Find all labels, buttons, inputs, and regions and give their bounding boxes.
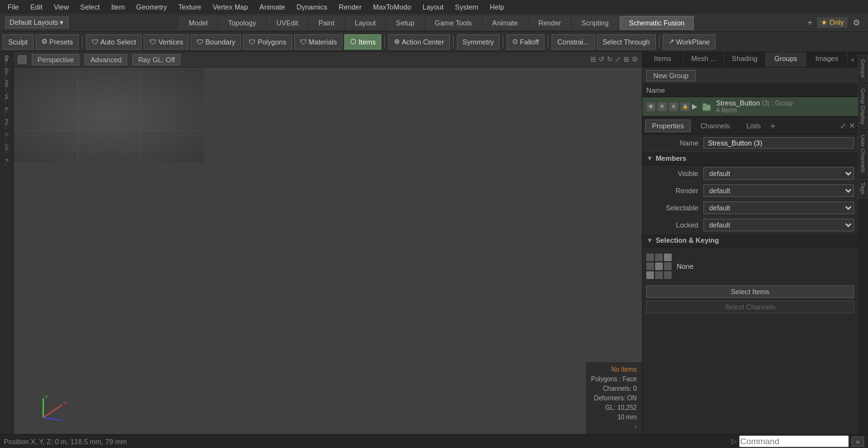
workplane-btn[interactable]: ↗ WorkPlane — [663, 34, 716, 50]
sidebar-item-de[interactable]: De... — [1, 55, 13, 66]
locked-select[interactable]: default — [703, 219, 854, 231]
vtab-group-display[interactable]: Group Display — [858, 84, 868, 129]
advanced-btn[interactable]: Advanced — [85, 54, 127, 65]
selectable-select[interactable]: default — [703, 201, 854, 214]
scene[interactable]: STRESS No Items Polygons : Face Ch — [14, 67, 642, 434]
add-props-tab[interactable]: + — [770, 121, 775, 131]
menu-view[interactable]: View — [49, 2, 74, 12]
visibility-toggle[interactable]: 👁 — [646, 102, 655, 111]
camera-icon[interactable]: ⊞ — [590, 55, 596, 64]
tab-scripting[interactable]: Scripting — [572, 16, 618, 30]
vtab-user-channels[interactable]: User Channels — [858, 130, 868, 177]
select-items-btn[interactable]: Select Items — [646, 285, 854, 298]
menu-dynamics[interactable]: Dynamics — [292, 2, 332, 12]
tab-lists[interactable]: Lists — [740, 119, 768, 132]
tab-render[interactable]: Render — [529, 16, 571, 30]
action-center-btn[interactable]: ⊕ Action Center — [388, 34, 450, 50]
menu-maxtomodo[interactable]: MaxToModo — [368, 2, 416, 12]
menu-render[interactable]: Render — [334, 2, 367, 12]
menu-file[interactable]: File — [3, 2, 24, 12]
members-section-header[interactable]: ▼ Members — [642, 152, 858, 165]
vertices-btn[interactable]: 🛡 Vertices — [144, 34, 189, 50]
menu-layout[interactable]: Layout — [417, 2, 449, 12]
tab-shading[interactable]: Shading — [724, 52, 766, 67]
sidebar-item-ver[interactable]: Ve... — [1, 93, 13, 104]
command-input[interactable] — [739, 435, 849, 447]
tab-schematic-fusion[interactable]: Schematic Fusion — [620, 16, 694, 30]
tab-topology[interactable]: Topology — [219, 16, 266, 30]
sidebar-item-pol[interactable]: Po... — [1, 118, 13, 130]
expand-cmd-btn[interactable]: » — [851, 437, 864, 447]
more-icon[interactable]: ⚙ — [632, 55, 638, 64]
settings-toggle[interactable]: ⚙ — [669, 102, 678, 111]
viewport[interactable]: Perspective Advanced Ray GL: Off ⊞ ↺ ↻ ⤢… — [14, 52, 642, 434]
render-select[interactable]: default — [703, 184, 854, 197]
tab-properties[interactable]: Properties — [645, 119, 691, 132]
settings-icon[interactable]: ⚙ — [850, 17, 863, 29]
render-toggle[interactable]: R — [658, 102, 667, 111]
vtab-tags[interactable]: Tags — [858, 178, 868, 199]
tab-mesh[interactable]: Mesh ... — [684, 52, 725, 67]
boundary-btn[interactable]: 🛡 Boundary — [191, 34, 241, 50]
tab-images[interactable]: Images — [806, 52, 848, 67]
tab-uvedit[interactable]: UVEdit — [267, 16, 308, 30]
symmetry-btn[interactable]: Symmetry — [457, 34, 500, 50]
viewport-toggle[interactable] — [18, 55, 27, 64]
menu-select[interactable]: Select — [75, 2, 105, 12]
new-group-btn[interactable]: New Group — [646, 70, 696, 81]
menu-texture[interactable]: Texture — [173, 2, 207, 12]
menu-animate[interactable]: Animate — [254, 2, 290, 12]
layout-dropdown[interactable]: Default Layouts ▾ — [5, 17, 69, 29]
tab-channels[interactable]: Channels — [693, 119, 736, 132]
add-tab-icon[interactable]: + — [805, 17, 815, 29]
tab-groups[interactable]: Groups — [766, 52, 807, 67]
menu-edit[interactable]: Edit — [25, 2, 48, 12]
auto-select-btn[interactable]: 🛡 Auto Select — [86, 34, 142, 50]
sculpt-btn[interactable]: Sculpt — [3, 34, 34, 50]
sidebar-item-f[interactable]: F... — [1, 156, 13, 168]
polygons-btn[interactable]: 🛡 Polygons — [243, 34, 292, 50]
play-icon[interactable]: ▷ — [731, 437, 736, 445]
maximize-icon[interactable]: ⤢ — [840, 121, 846, 130]
tab-gametools[interactable]: Game Tools — [425, 16, 482, 30]
sidebar-item-c[interactable]: C... — [1, 131, 13, 142]
tab-setup[interactable]: Setup — [386, 16, 424, 30]
menu-help[interactable]: Help — [485, 2, 510, 12]
perspective-btn[interactable]: Perspective — [32, 54, 79, 65]
sel-keying-section-header[interactable]: ▼ Selection & Keying — [642, 234, 858, 247]
presets-btn[interactable]: ⚙ Presets — [36, 34, 79, 50]
constraints-btn[interactable]: Constrai... — [552, 34, 595, 50]
undo-icon[interactable]: ↺ — [599, 55, 604, 64]
menu-item[interactable]: Item — [106, 2, 130, 12]
ray-gl-btn[interactable]: Ray GL: Off — [132, 54, 180, 65]
tab-items[interactable]: Items — [642, 52, 684, 67]
vtab-groups[interactable]: Groups — [858, 55, 868, 83]
list-item[interactable]: 👁 R ⚙ 🔒 ▶ Stress_Button (3) : Group 4 It… — [642, 97, 858, 116]
tab-model[interactable]: Model — [179, 16, 217, 30]
lock-toggle[interactable]: 🔒 — [681, 102, 689, 111]
sidebar-item-mesh[interactable]: Me... — [1, 80, 13, 92]
group-expand-icon[interactable]: ▶ — [692, 102, 697, 111]
select-channels-btn[interactable]: Select Channels — [646, 301, 854, 313]
sidebar-item-dup[interactable]: Du... — [1, 67, 13, 79]
falloff-btn[interactable]: ⊙ Falloff — [506, 34, 545, 50]
sidebar-item-em[interactable]: E... — [1, 105, 13, 117]
star-only-label[interactable]: ★ Only — [817, 17, 848, 28]
visible-select[interactable]: default — [703, 167, 854, 180]
select-through-btn[interactable]: Select Through — [597, 34, 655, 50]
name-input[interactable] — [703, 137, 854, 149]
menu-geometry[interactable]: Geometry — [131, 2, 172, 12]
tab-layout[interactable]: Layout — [345, 16, 385, 30]
expand-icon[interactable]: ⤢ — [615, 55, 621, 64]
materials-btn[interactable]: 🛡 Materials — [294, 34, 343, 50]
menu-vertexmap[interactable]: Vertex Map — [208, 2, 254, 12]
items-btn[interactable]: ⬡ Items — [344, 34, 381, 50]
tab-paint[interactable]: Paint — [309, 16, 344, 30]
expand-panel-icon[interactable]: + — [848, 52, 858, 67]
tab-animate[interactable]: Animate — [483, 16, 527, 30]
expand-arrow[interactable]: › — [635, 423, 637, 430]
redo-icon[interactable]: ↻ — [607, 55, 613, 64]
sidebar-item-uv[interactable]: UV... — [1, 144, 13, 155]
close-icon[interactable]: ✕ — [849, 121, 855, 130]
grid-icon[interactable]: ⊞ — [623, 55, 629, 64]
